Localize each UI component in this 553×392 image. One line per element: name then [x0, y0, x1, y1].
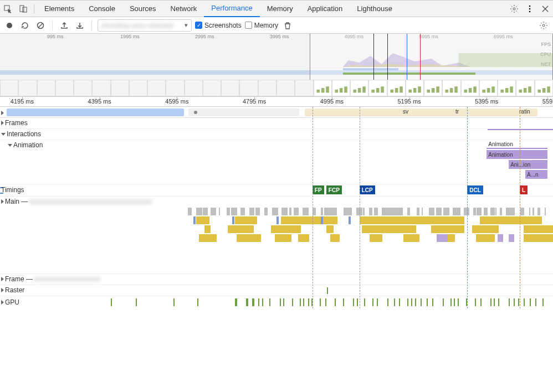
flame-bar[interactable]	[490, 208, 495, 215]
gpu-task[interactable]	[394, 298, 395, 306]
gpu-task[interactable]	[490, 298, 491, 306]
animation-block[interactable]: A...n	[525, 170, 547, 179]
collapse-icon[interactable]	[1, 133, 6, 136]
screenshot-thumbnail[interactable]	[147, 80, 166, 96]
flame-bar[interactable]	[403, 234, 419, 242]
flame-bar[interactable]	[369, 208, 372, 215]
tab-sources[interactable]: Sources	[122, 1, 163, 17]
flame-bar[interactable]	[231, 208, 237, 215]
collapse-icon[interactable]	[8, 144, 12, 147]
screenshot-thumbnail[interactable]	[387, 80, 406, 96]
gpu-task[interactable]	[450, 298, 452, 306]
screenshot-thumbnail[interactable]	[221, 80, 239, 96]
screenshot-thumbnail[interactable]	[424, 80, 442, 96]
flame-bar[interactable]	[495, 208, 496, 215]
flame-bar[interactable]	[511, 208, 515, 215]
expand-icon[interactable]	[1, 300, 4, 305]
garbage-collect-icon[interactable]	[281, 19, 294, 32]
flame-bar[interactable]	[249, 208, 254, 215]
screenshot-thumbnail[interactable]	[92, 80, 110, 96]
expand-icon[interactable]	[1, 288, 4, 292]
timing-badge-lcp[interactable]: LCP	[360, 185, 375, 194]
flame-bar[interactable]	[484, 208, 488, 215]
gpu-task[interactable]	[494, 298, 495, 306]
gpu-task[interactable]	[280, 298, 281, 306]
flame-bar[interactable]	[436, 208, 442, 215]
flame-bar[interactable]	[532, 208, 535, 215]
flame-bar[interactable]	[374, 208, 378, 215]
frames-track[interactable]: Frames	[0, 118, 553, 129]
flame-bar[interactable]	[193, 216, 196, 224]
flame-bar[interactable]	[276, 216, 279, 224]
timings-track[interactable]: Timings FPFCPLCPDCLL	[0, 184, 553, 197]
expand-icon[interactable]	[1, 199, 4, 204]
flame-bar[interactable]	[321, 216, 323, 224]
screenshot-thumbnail[interactable]	[18, 80, 37, 96]
screenshot-thumbnail[interactable]	[239, 80, 258, 96]
memory-checkbox[interactable]: Memory	[245, 22, 278, 29]
gpu-task[interactable]	[443, 298, 444, 306]
gpu-task[interactable]	[411, 298, 412, 306]
screenshot-thumbnail[interactable]	[516, 80, 534, 96]
flame-bar[interactable]	[188, 208, 192, 215]
flame-bar[interactable]	[281, 216, 299, 224]
flame-bar[interactable]	[347, 208, 352, 215]
flame-bar[interactable]	[433, 208, 434, 215]
gpu-task[interactable]	[303, 298, 304, 306]
gpu-task[interactable]	[530, 298, 531, 306]
gpu-task[interactable]	[377, 298, 378, 306]
animation-block[interactable]: Animation	[487, 150, 547, 159]
flame-bar[interactable]	[476, 234, 494, 242]
gpu-task[interactable]	[300, 298, 301, 306]
flame-bar[interactable]	[281, 208, 288, 215]
network-track[interactable]: sv tr ratin	[0, 107, 553, 118]
flame-bar[interactable]	[196, 216, 210, 224]
reload-record-icon[interactable]	[19, 19, 31, 32]
interactions-track[interactable]: Animation AnimationAnimationAni...ionA..…	[0, 140, 553, 184]
device-toolbar-icon[interactable]	[16, 1, 31, 17]
tab-console[interactable]: Console	[81, 1, 122, 17]
flame-bar[interactable]	[196, 208, 202, 215]
gpu-task[interactable]	[258, 298, 259, 306]
flame-bar[interactable]	[349, 216, 351, 224]
flame-bar[interactable]	[289, 208, 291, 215]
screenshot-thumbnail[interactable]	[498, 80, 516, 96]
flame-bar[interactable]	[477, 208, 482, 215]
flame-bar[interactable]	[237, 234, 261, 242]
gpu-task[interactable]	[454, 298, 455, 306]
screenshot-thumbnail[interactable]	[166, 80, 184, 96]
timing-badge-fcp[interactable]: FCP	[326, 185, 342, 194]
flame-bar[interactable]	[335, 208, 337, 215]
flame-bar[interactable]	[294, 208, 299, 215]
gpu-task[interactable]	[308, 298, 309, 306]
flame-bar[interactable]	[227, 208, 230, 215]
gpu-task[interactable]	[509, 298, 510, 306]
gpu-task[interactable]	[415, 298, 416, 306]
flame-bar[interactable]	[199, 234, 216, 242]
gpu-task[interactable]	[518, 298, 519, 306]
raster-track[interactable]: Raster	[0, 285, 553, 296]
gpu-task[interactable]	[269, 298, 270, 306]
screenshot-thumbnail[interactable]	[479, 80, 498, 96]
gpu-task[interactable]	[343, 298, 344, 306]
flame-bar[interactable]	[498, 234, 503, 242]
flame-bar[interactable]	[431, 225, 464, 233]
flame-bar[interactable]	[219, 208, 220, 215]
tab-elements[interactable]: Elements	[37, 1, 81, 17]
flame-bar[interactable]	[537, 208, 540, 215]
gpu-task[interactable]	[498, 298, 499, 306]
flame-bar[interactable]	[407, 208, 411, 215]
gpu-task[interactable]	[372, 298, 373, 306]
screenshot-thumbnail[interactable]	[55, 80, 74, 96]
screenshot-thumbnail[interactable]	[350, 80, 368, 96]
save-profile-icon[interactable]	[74, 19, 86, 32]
settings-icon[interactable]	[506, 1, 522, 17]
gpu-task[interactable]	[514, 298, 515, 306]
flame-bar[interactable]	[313, 208, 316, 215]
load-profile-icon[interactable]	[58, 19, 70, 32]
flame-bar[interactable]	[228, 225, 254, 233]
flame-bar[interactable]	[520, 208, 524, 215]
gpu-task[interactable]	[542, 298, 544, 306]
gpu-task[interactable]	[320, 298, 321, 306]
flame-bar[interactable]	[398, 208, 403, 215]
